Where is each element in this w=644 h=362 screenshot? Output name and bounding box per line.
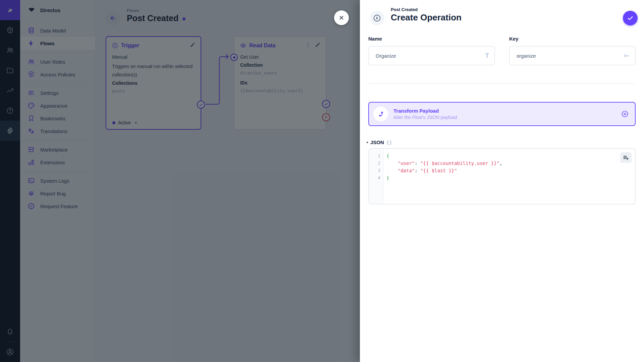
name-label: Name bbox=[368, 36, 382, 42]
json-field-label-row: JSON {} bbox=[367, 139, 392, 145]
playlist-add-button[interactable] bbox=[620, 152, 632, 163]
modal-overlay[interactable] bbox=[0, 0, 360, 362]
transform-payload-banner[interactable]: Transform Payload Alter the Flow's JSON … bbox=[368, 102, 636, 126]
code-line-1: { bbox=[384, 152, 635, 160]
divider bbox=[368, 83, 636, 84]
playlist-add-icon bbox=[623, 154, 629, 161]
json-label: JSON bbox=[370, 139, 384, 145]
line-number-gutter: 1 2 3 4 bbox=[369, 149, 384, 204]
offline-bolt-icon bbox=[373, 14, 381, 22]
line-number: 3 bbox=[369, 167, 383, 174]
key-icon bbox=[623, 52, 630, 59]
drawer-breadcrumb: Post Created bbox=[391, 7, 418, 12]
code-line-3: "data": "{{ $last }}" bbox=[384, 167, 635, 174]
banner-subtitle: Alter the Flow's JSON payload bbox=[393, 114, 457, 121]
key-field[interactable] bbox=[509, 46, 636, 65]
line-number: 1 bbox=[369, 152, 383, 160]
banner-title: Transform Payload bbox=[393, 108, 457, 114]
key-label: Key bbox=[509, 36, 519, 42]
banner-text: Transform Payload Alter the Flow's JSON … bbox=[393, 108, 457, 121]
close-icon bbox=[338, 14, 345, 21]
braces-icon: {} bbox=[386, 140, 392, 145]
drawer-title: Create Operation bbox=[391, 12, 462, 23]
title-format-icon: T bbox=[485, 52, 489, 59]
json-code-editor[interactable]: 1 2 3 4 { "user": "{{ $accountability.us… bbox=[368, 148, 636, 204]
remove-operation-type-button[interactable] bbox=[621, 110, 629, 118]
line-number: 2 bbox=[369, 160, 383, 167]
name-field[interactable]: T bbox=[368, 46, 495, 65]
create-operation-drawer: Post Created Create Operation Name T Key… bbox=[360, 0, 644, 362]
transform-icon bbox=[373, 107, 388, 121]
code-line-4: } bbox=[384, 174, 635, 182]
code-content[interactable]: { "user": "{{ $accountability.user }}", … bbox=[384, 152, 635, 182]
name-input[interactable] bbox=[369, 53, 485, 59]
code-line-2: "user": "{{ $accountability.user }}", bbox=[384, 160, 635, 167]
operation-type-icon-badge bbox=[370, 11, 384, 25]
check-icon bbox=[627, 14, 634, 22]
edited-indicator-dot bbox=[367, 142, 368, 143]
close-drawer-button[interactable] bbox=[334, 10, 349, 25]
save-button[interactable] bbox=[623, 11, 638, 25]
key-input[interactable] bbox=[510, 53, 623, 59]
line-number: 4 bbox=[369, 174, 383, 182]
